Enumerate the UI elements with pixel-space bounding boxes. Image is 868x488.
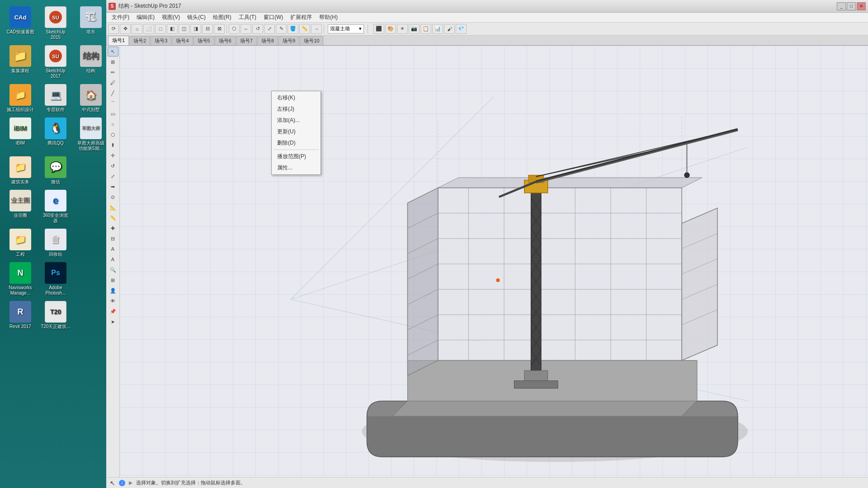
tool-zoomfit[interactable]: ⊞ xyxy=(108,275,118,285)
tool-line[interactable]: ╱ xyxy=(108,88,118,98)
tool-rect[interactable]: ▭ xyxy=(108,109,118,119)
tool-select[interactable]: ↖ xyxy=(108,47,118,56)
minimize-button[interactable]: _ xyxy=(837,2,846,10)
tool-component[interactable]: ⊞ xyxy=(108,57,118,67)
tb-materials[interactable]: 🎨 xyxy=(385,24,396,34)
tool-offset[interactable]: ⊙ xyxy=(108,192,118,202)
tool-lookaround[interactable]: 👁 xyxy=(108,296,118,306)
tb-home[interactable]: ⌂ xyxy=(132,24,142,34)
scene-tab-9[interactable]: 场号9 xyxy=(278,36,299,45)
menu-window[interactable]: 窗口(W) xyxy=(260,13,287,22)
desktop-icon-sketchup2015[interactable]: SU SketchUp 2015 xyxy=(40,5,71,42)
tool-section[interactable]: ⊟ xyxy=(108,234,118,244)
scene-tab-10[interactable]: 场号10 xyxy=(300,36,323,45)
desktop-icon-navisworks[interactable]: N Navisworks Manage... xyxy=(5,260,36,298)
scene-tab-1[interactable]: 场号1 xyxy=(108,36,129,45)
tb-move[interactable]: ↔ xyxy=(241,24,251,34)
tb-follow[interactable]: → xyxy=(311,24,322,34)
tb-pushpull[interactable]: ⬡ xyxy=(229,24,240,34)
desktop-icon-zhangtu[interactable]: 草图大师 草图大师高级功能第5期... xyxy=(75,116,107,153)
desktop-icon-yezhu[interactable]: 业主圈 业宗圈 xyxy=(5,188,36,225)
scene-tab-3[interactable]: 场号3 xyxy=(151,36,171,45)
menu-file[interactable]: 文件(F) xyxy=(108,13,133,22)
desktop-icon-t20[interactable]: T20 T20天正建筑... xyxy=(40,299,71,331)
tool-paint[interactable]: 🖊 xyxy=(108,78,118,88)
desktop-icon-wechat[interactable]: 💬 微信 xyxy=(40,155,71,187)
tb-pan[interactable]: ✥ xyxy=(120,24,131,34)
tool-rotate2[interactable]: ↺ xyxy=(108,161,118,171)
ctx-properties[interactable]: 属性... xyxy=(272,162,321,174)
viewport-3d[interactable]: 右移(K) 左移(J) 添加(A)... 更新(U) 删除(D) 播放范围(P)… xyxy=(120,46,868,477)
tb-paint[interactable]: 🪣 xyxy=(288,24,298,34)
scene-tab-2[interactable]: 场号2 xyxy=(129,36,150,45)
menu-extensions[interactable]: 扩展程序 xyxy=(287,13,316,22)
tb-layers[interactable]: 📋 xyxy=(420,24,431,34)
tb-scale[interactable]: ⤢ xyxy=(264,24,275,34)
desktop-icon-lessons[interactable]: 📁 集集课程 xyxy=(5,43,36,81)
tb-right[interactable]: ◨ xyxy=(190,24,201,34)
menu-help[interactable]: 帮助(H) xyxy=(316,13,341,22)
ctx-left[interactable]: 左移(J) xyxy=(272,103,321,115)
desktop-icon-organize[interactable]: 📁 施工组织设计 xyxy=(5,82,36,114)
tool-position[interactable]: 📌 xyxy=(108,306,118,316)
tb-styles[interactable]: 🖌 xyxy=(444,24,455,34)
tb-left[interactable]: ◫ xyxy=(179,24,189,34)
tb-iso[interactable]: ⬜ xyxy=(143,24,154,34)
scene-tab-6[interactable]: 场号6 xyxy=(215,36,236,45)
menu-tools[interactable]: 工具(T) xyxy=(235,13,260,22)
tb-rotate[interactable]: ↺ xyxy=(252,24,263,34)
desktop-icon-chinese[interactable]: 🏠 中式别墅 xyxy=(75,82,107,114)
tb-top[interactable]: ⊟ xyxy=(202,24,213,34)
scene-tab-8[interactable]: 场号8 xyxy=(257,36,278,45)
tb-eraser[interactable]: ✎ xyxy=(276,24,287,34)
tool-scale2[interactable]: ⤢ xyxy=(108,171,118,181)
tb-orbit[interactable]: ⟳ xyxy=(108,24,119,34)
desktop-icon-bim[interactable]: iBIM iBIM xyxy=(5,116,36,153)
tool-arc[interactable]: ⌒ xyxy=(108,99,118,108)
tool-pushpull[interactable]: ⬆ xyxy=(108,140,118,150)
scene-tab-7[interactable]: 场号7 xyxy=(236,36,257,45)
tb-shadows[interactable]: ☀ xyxy=(397,24,408,34)
tool-3dtext[interactable]: A xyxy=(108,254,118,264)
tool-protractor[interactable]: 📏 xyxy=(108,213,118,223)
menu-view[interactable]: 视图(V) xyxy=(158,13,184,22)
tool-zoom[interactable]: 🔍 xyxy=(108,265,118,275)
desktop-icon-sketchup2017[interactable]: SU SketchUp 2017 xyxy=(40,43,71,81)
scene-tab-5[interactable]: 场号5 xyxy=(193,36,214,45)
tool-walkthrough[interactable]: 👤 xyxy=(108,286,118,296)
maximize-button[interactable]: □ xyxy=(847,2,856,10)
material-dropdown[interactable]: 混凝土墙 ▾ xyxy=(328,24,364,33)
desktop-icon-revit[interactable]: R Revit 2017 xyxy=(5,299,36,331)
desktop-icon-photoshop[interactable]: Ps Adobe Photosh... xyxy=(40,260,71,298)
scene-tab-4[interactable]: 场号4 xyxy=(172,36,193,45)
ctx-delete[interactable]: 删除(D) xyxy=(272,137,321,149)
tool-polygon[interactable]: ⬡ xyxy=(108,130,118,140)
desktop-icon-qq[interactable]: 🐧 腾讯QQ xyxy=(40,116,71,153)
close-button[interactable]: ✕ xyxy=(857,2,866,10)
desktop-icon-build[interactable]: 🏗 塔吊 xyxy=(75,5,107,42)
menu-camera[interactable]: 镜头(C) xyxy=(184,13,209,22)
tool-axes[interactable]: ✚ xyxy=(108,223,118,233)
tb-back[interactable]: ◧ xyxy=(167,24,178,34)
tool-move2[interactable]: ✛ xyxy=(108,150,118,160)
desktop-icon-struct[interactable]: 结构 结构 xyxy=(75,43,107,81)
desktop-icon-recycle[interactable]: 🗑 回收站 xyxy=(40,227,71,259)
ctx-playrange[interactable]: 播放范围(P) xyxy=(272,151,321,162)
desktop-icon-project[interactable]: 📁 工程 xyxy=(5,227,36,259)
tool-arrow[interactable]: ➤ xyxy=(108,317,118,327)
tool-eraser[interactable]: ✏ xyxy=(108,67,118,77)
tb-front[interactable]: □ xyxy=(155,24,166,34)
tb-measure[interactable]: 📏 xyxy=(299,24,310,34)
menu-draw[interactable]: 绘图(R) xyxy=(209,13,235,22)
desktop-icon-browser[interactable]: e 360安全浏览器 xyxy=(40,188,71,225)
tb-outliner[interactable]: 📊 xyxy=(432,24,443,34)
ctx-update[interactable]: 更新(U) xyxy=(272,126,321,137)
desktop-icon-special[interactable]: 💻 专层软件 xyxy=(40,82,71,114)
desktop-icon-construction[interactable]: 📁 建筑实务 xyxy=(5,155,36,187)
tool-tape[interactable]: 📐 xyxy=(108,202,118,212)
ctx-add[interactable]: 添加(A)... xyxy=(272,115,321,126)
tool-text[interactable]: A xyxy=(108,244,118,254)
ctx-right[interactable]: 右移(K) xyxy=(272,92,321,103)
tb-components[interactable]: ⬛ xyxy=(373,24,384,34)
tb-ruby[interactable]: 💎 xyxy=(456,24,467,34)
